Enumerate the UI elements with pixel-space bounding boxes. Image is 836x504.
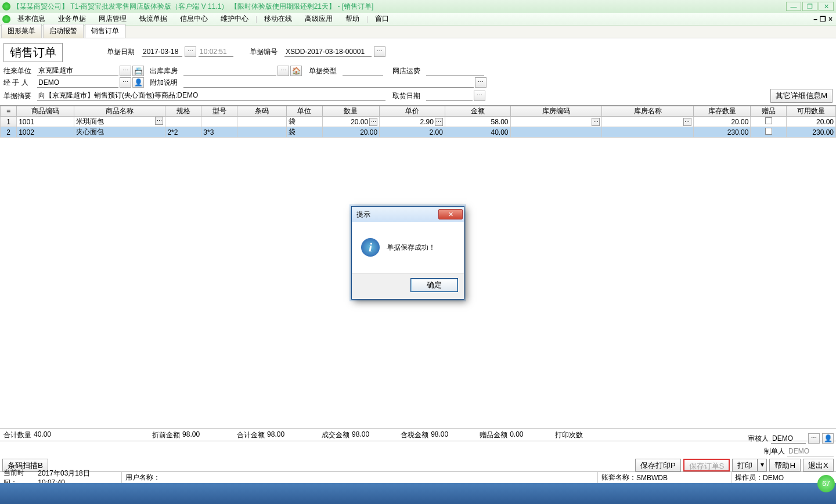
cell-picker-icon[interactable]: ⋯	[592, 118, 600, 126]
line-items-table[interactable]: ≡ 商品编码 商品名称 规格 型号 条码 单位 数量 单价 金额 库房编码 库房…	[0, 105, 836, 138]
cell-unit[interactable]: 袋	[286, 127, 322, 138]
col-barcode[interactable]: 条码	[237, 106, 286, 117]
col-rownum[interactable]: ≡	[1, 106, 17, 117]
cell-avail[interactable]: 20.00	[787, 117, 836, 127]
cell-whname[interactable]: ⋯	[602, 117, 694, 127]
tab-sales-order[interactable]: 销售订单	[85, 24, 125, 38]
warehouse-picker-button[interactable]: ⋯	[278, 66, 289, 76]
cell-picker-icon[interactable]: ⋯	[435, 118, 443, 126]
cell-qty[interactable]: 20.00⋯	[322, 117, 380, 127]
col-price[interactable]: 单价	[380, 106, 445, 117]
bill-type-input[interactable]	[343, 66, 383, 76]
customer-input[interactable]	[37, 66, 118, 76]
table-row[interactable]: 1 1001 米琪面包⋯ 袋 20.00⋯ 2.90⋯ 58.00 ⋯ ⋯ 20…	[1, 117, 836, 127]
bill-no-picker-button[interactable]: ⋯	[374, 46, 385, 57]
mdi-minimize-icon[interactable]: –	[813, 15, 817, 23]
tab-alarm[interactable]: 启动报警	[43, 24, 84, 38]
customer-picker-button[interactable]: ⋯	[120, 66, 131, 76]
print-button[interactable]: 打印	[732, 459, 758, 471]
warehouse-input[interactable]	[183, 66, 276, 76]
cell-whcode[interactable]	[510, 127, 602, 138]
summary-input[interactable]	[37, 91, 385, 101]
mdi-restore-icon[interactable]: ❐	[820, 15, 826, 23]
cell-qty[interactable]: 20.00	[322, 127, 380, 138]
pickup-input[interactable]	[426, 91, 473, 101]
save-order-button[interactable]: 保存订单S	[683, 459, 730, 471]
note-picker-button[interactable]: ⋯	[475, 77, 487, 88]
cell-model[interactable]: 3*3	[201, 127, 237, 138]
cell-unit[interactable]: 袋	[286, 117, 322, 127]
cell-code[interactable]: 1001	[17, 117, 74, 127]
cell-stock[interactable]: 20.00	[693, 117, 751, 127]
table-row[interactable]: 2 1002 夹心面包 2*2 3*3 袋 20.00 2.00 40.00 2…	[1, 127, 836, 138]
cell-spec[interactable]	[165, 117, 201, 127]
menu-basic-info[interactable]: 基本信息	[12, 13, 51, 25]
cell-name[interactable]: 米琪面包⋯	[74, 117, 165, 127]
reviewer-picker-button[interactable]: ⋯	[808, 433, 820, 444]
col-qty[interactable]: 数量	[322, 106, 380, 117]
menu-shop[interactable]: 网店管理	[93, 13, 132, 25]
cell-avail[interactable]: 230.00	[787, 127, 836, 138]
cell-picker-icon[interactable]: ⋯	[369, 118, 377, 126]
cell-price[interactable]: 2.00	[380, 127, 445, 138]
cell-picker-icon[interactable]: ⋯	[683, 118, 691, 126]
menu-maintain[interactable]: 维护中心	[215, 13, 254, 25]
col-unit[interactable]: 单位	[286, 106, 322, 117]
col-code[interactable]: 商品编码	[17, 106, 74, 117]
menu-advanced[interactable]: 高级应用	[299, 13, 338, 25]
minimize-button[interactable]: —	[786, 2, 801, 11]
cell-barcode[interactable]	[237, 127, 286, 138]
exit-button[interactable]: 退出X	[803, 459, 834, 471]
bill-no-input[interactable]	[284, 46, 372, 57]
note-input[interactable]	[183, 77, 474, 88]
handler-detail-icon[interactable]: 👤	[132, 77, 144, 88]
bill-date-picker-button[interactable]: ⋯	[185, 46, 196, 57]
print-dropdown-button[interactable]: ▾	[758, 459, 767, 471]
close-button[interactable]: ✕	[819, 2, 834, 11]
cell-picker-icon[interactable]: ⋯	[155, 117, 163, 125]
cell-barcode[interactable]	[237, 117, 286, 127]
save-print-button[interactable]: 保存打印P	[635, 459, 681, 471]
col-spec[interactable]: 规格	[165, 106, 201, 117]
cell-amount[interactable]: 40.00	[445, 127, 510, 138]
cell-gift[interactable]	[751, 117, 787, 127]
cell-model[interactable]	[201, 117, 237, 127]
reviewer-input[interactable]	[771, 433, 806, 444]
row-number[interactable]: 1	[1, 117, 17, 127]
cell-amount[interactable]: 58.00	[445, 117, 510, 127]
dialog-close-button[interactable]: ✕	[438, 209, 463, 219]
cell-whname[interactable]	[602, 127, 694, 138]
cell-spec[interactable]: 2*2	[165, 127, 201, 138]
menu-mobile[interactable]: 移动在线	[258, 13, 298, 25]
cell-gift[interactable]	[751, 127, 787, 138]
warehouse-detail-icon[interactable]: 🏠	[290, 66, 302, 76]
customer-detail-icon[interactable]: 📇	[132, 66, 144, 76]
dialog-ok-button[interactable]: 确定	[410, 278, 458, 292]
freight-input[interactable]	[426, 66, 484, 76]
notification-bubble[interactable]: 67	[817, 475, 835, 492]
bill-date-input[interactable]	[142, 46, 182, 57]
cell-stock[interactable]: 230.00	[693, 127, 751, 138]
cell-whcode[interactable]: ⋯	[510, 117, 602, 127]
windows-taskbar[interactable]	[0, 483, 836, 504]
pickup-picker-button[interactable]: ⋯	[474, 91, 485, 101]
col-stock[interactable]: 库存数量	[693, 106, 751, 117]
menu-money[interactable]: 钱流单据	[134, 13, 173, 25]
checkbox-icon[interactable]	[765, 117, 772, 124]
menu-help[interactable]: 帮助	[340, 13, 365, 25]
handler-input[interactable]	[37, 77, 118, 88]
cell-price[interactable]: 2.90⋯	[380, 117, 445, 127]
maximize-button[interactable]: ❐	[802, 2, 817, 11]
col-gift[interactable]: 赠品	[751, 106, 787, 117]
cell-name[interactable]: 夹心面包	[74, 127, 165, 138]
col-avail[interactable]: 可用数量	[787, 106, 836, 117]
col-model[interactable]: 型号	[201, 106, 237, 117]
row-number[interactable]: 2	[1, 127, 17, 138]
col-whname[interactable]: 库房名称	[602, 106, 694, 117]
help-button[interactable]: 帮助H	[769, 459, 801, 471]
mdi-close-icon[interactable]: ×	[828, 15, 833, 23]
col-whcode[interactable]: 库房编码	[510, 106, 602, 117]
handler-picker-button[interactable]: ⋯	[120, 77, 131, 88]
cell-code[interactable]: 1002	[17, 127, 74, 138]
col-name[interactable]: 商品名称	[74, 106, 165, 117]
